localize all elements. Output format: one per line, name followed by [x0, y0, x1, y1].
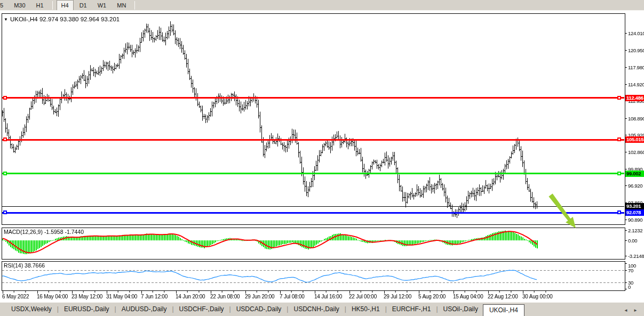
macd-values: -1.5958 -1.7440	[44, 229, 84, 235]
date-axis-label: 29 Jun 20:00	[245, 294, 274, 299]
macd-axis-label: -3.2148	[628, 253, 644, 259]
macd-axis-label: 2.1232	[628, 228, 642, 233]
price-line-105.015[interactable]	[2, 139, 624, 141]
line-handle[interactable]	[617, 137, 621, 141]
chart-tab-usoil-daily[interactable]: USOil-,Daily	[439, 304, 483, 314]
main-price-pane[interactable]	[2, 13, 625, 225]
price-axis-label: 114.920	[628, 82, 644, 87]
rsi-value: 38.7666	[25, 262, 45, 269]
chart-tab-eurusd-daily[interactable]: EURUSD-,Daily	[59, 304, 114, 314]
price-axis-label: 102.860	[628, 149, 644, 155]
date-axis-label: 30 Aug 00:00	[522, 294, 553, 299]
price-line-tag: 105.015	[625, 136, 644, 143]
macd-pane[interactable]	[2, 228, 625, 260]
rsi-axis-label: 0	[628, 284, 631, 290]
chart-tab-usdchf-daily[interactable]: USDCHF-,Daily	[174, 304, 229, 314]
chart-tab-usdx-weekly[interactable]: USDX,Weekly	[6, 304, 57, 314]
chart-ohlc-values: 92.974 93.380 92.964 93.201	[39, 16, 120, 22]
price-line-112.486[interactable]	[2, 97, 624, 99]
chart-tab-ukoil-h4[interactable]: UKOil-,H4	[483, 304, 524, 316]
date-axis-label: 6 May 2022	[2, 294, 29, 299]
date-axis-label: 29 Jul 12:00	[384, 294, 411, 299]
price-axis-label: 90.890	[628, 217, 642, 223]
chart-title: ▼UKOil-,H4 92.974 93.380 92.964 93.201	[4, 16, 120, 22]
line-handle[interactable]	[3, 172, 7, 175]
date-axis-label: 14 Jul 16:00	[314, 294, 342, 299]
line-handle[interactable]	[617, 172, 621, 175]
price-line-93.201[interactable]	[2, 206, 624, 207]
chevron-down-icon[interactable]: ▼	[4, 17, 8, 22]
chart-tab-usdcnh-daily[interactable]: USDCNH-,Daily	[289, 304, 344, 314]
date-axis-label: 7 Jul 08:00	[280, 294, 305, 299]
macd-title: MACD(12,26,9)	[4, 229, 43, 235]
line-handle[interactable]	[617, 210, 621, 214]
date-axis-label: 15 Aug 04:00	[453, 294, 483, 299]
macd-indicator-label: MACD(12,26,9) -1.5958 -1.7440	[4, 229, 84, 235]
line-handle[interactable]	[3, 96, 7, 100]
price-line-tag: 92.078	[625, 209, 644, 216]
chart-tab-hk50-h1[interactable]: HK50-,H1	[347, 304, 385, 314]
chart-symbol: UKOil-,H4	[10, 16, 38, 22]
date-axis-label: 22 Jul 00:00	[349, 294, 377, 299]
line-handle[interactable]	[3, 210, 7, 214]
rsi-pane[interactable]	[2, 261, 625, 291]
price-axis-label: 117.980	[628, 64, 644, 70]
price-axis-label: 120.950	[628, 47, 644, 53]
date-axis-label: 14 Jun 20:00	[176, 294, 205, 299]
price-line-tag: 112.486	[625, 95, 644, 101]
price-line-92.078[interactable]	[2, 212, 624, 214]
tab-scroll-arrows[interactable]: ◄ ►	[624, 308, 640, 313]
chart-tabs-bar: USDX,Weekly|EURUSD-,Daily|AUDUSD-,Daily|…	[0, 302, 644, 316]
chart-tab-eurchf-h1[interactable]: EURCHF-,H1	[387, 304, 436, 314]
rsi-title: RSI(14)	[4, 262, 23, 269]
macd-axis-label: 0.00	[628, 238, 637, 244]
date-axis-label: 31 May 04:00	[106, 294, 137, 299]
mt4-window: 5M30H1H4D1W1MN ▼UKOil-,H4 92.974 93.380 …	[0, 0, 644, 316]
price-line-tag: 99.002	[625, 171, 644, 177]
date-axis-label: 16 May 04:00	[37, 294, 68, 299]
chart-tab-usdcad-daily[interactable]: USDCAD-,Daily	[232, 304, 287, 314]
price-axis-label: 124.010	[628, 30, 644, 36]
date-axis-label: 22 Jun 08:00	[210, 294, 240, 299]
price-line-99.002[interactable]	[2, 173, 624, 174]
date-axis-label: 22 Aug 12:00	[488, 294, 518, 299]
line-handle[interactable]	[3, 137, 7, 141]
price-line-tag: 93.201	[625, 203, 644, 209]
price-axis-label: 96.920	[628, 183, 642, 189]
line-handle[interactable]	[617, 96, 621, 100]
date-axis-label: 7 Jun 12:00	[141, 294, 168, 299]
date-axis-label: 5 Aug 20:00	[418, 294, 446, 299]
rsi-indicator-label: RSI(14) 38.7666	[4, 262, 45, 269]
date-axis-label: 23 May 12:00	[71, 294, 102, 299]
rsi-axis-label: 70	[628, 268, 633, 273]
chart-tab-audusd-daily[interactable]: AUDUSD-,Daily	[117, 304, 172, 314]
price-axis-label: 108.890	[628, 116, 644, 121]
